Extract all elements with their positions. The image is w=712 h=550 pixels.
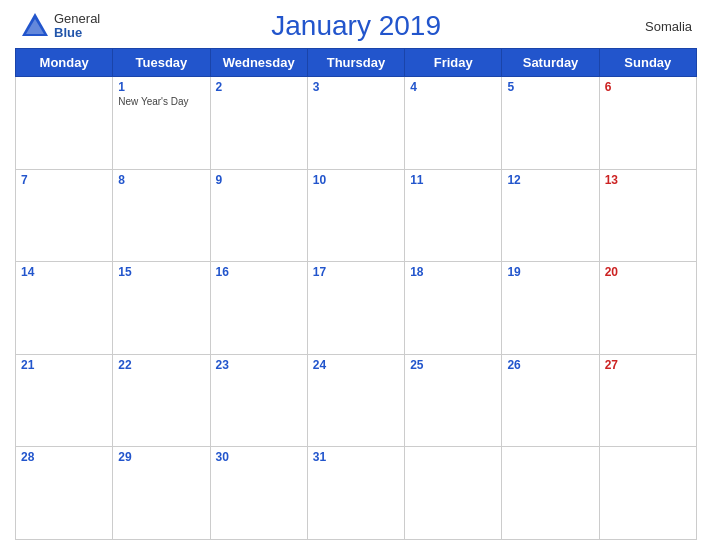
day-number: 19	[507, 265, 593, 279]
calendar-body: 1New Year's Day2345678910111213141516171…	[16, 77, 697, 540]
calendar-cell: 26	[502, 354, 599, 447]
day-number: 24	[313, 358, 399, 372]
day-number: 21	[21, 358, 107, 372]
calendar-cell: 20	[599, 262, 696, 355]
calendar-cell	[599, 447, 696, 540]
day-number: 23	[216, 358, 302, 372]
weekday-header-thursday: Thursday	[307, 49, 404, 77]
calendar-week-row: 28293031	[16, 447, 697, 540]
calendar-cell: 1New Year's Day	[113, 77, 210, 170]
calendar-header: General Blue January 2019 Somalia	[15, 10, 697, 42]
logo: General Blue	[20, 11, 100, 41]
logo-general-text: General	[54, 12, 100, 26]
calendar-cell: 21	[16, 354, 113, 447]
weekday-header-tuesday: Tuesday	[113, 49, 210, 77]
calendar-cell	[405, 447, 502, 540]
day-number: 11	[410, 173, 496, 187]
day-number: 2	[216, 80, 302, 94]
calendar-cell: 28	[16, 447, 113, 540]
day-number: 7	[21, 173, 107, 187]
day-number: 10	[313, 173, 399, 187]
calendar-cell: 27	[599, 354, 696, 447]
day-number: 18	[410, 265, 496, 279]
calendar-cell: 9	[210, 169, 307, 262]
day-number: 22	[118, 358, 204, 372]
calendar-cell: 6	[599, 77, 696, 170]
calendar-cell: 22	[113, 354, 210, 447]
calendar-cell: 18	[405, 262, 502, 355]
calendar-cell: 12	[502, 169, 599, 262]
day-number: 28	[21, 450, 107, 464]
calendar-week-row: 78910111213	[16, 169, 697, 262]
weekday-header-friday: Friday	[405, 49, 502, 77]
day-number: 31	[313, 450, 399, 464]
weekday-header-monday: Monday	[16, 49, 113, 77]
calendar-cell: 30	[210, 447, 307, 540]
day-number: 4	[410, 80, 496, 94]
logo-text: General Blue	[54, 12, 100, 41]
calendar-cell: 10	[307, 169, 404, 262]
calendar-cell: 25	[405, 354, 502, 447]
calendar-cell: 4	[405, 77, 502, 170]
logo-icon	[20, 11, 50, 41]
calendar-cell	[502, 447, 599, 540]
day-number: 8	[118, 173, 204, 187]
calendar-cell: 5	[502, 77, 599, 170]
calendar-week-row: 14151617181920	[16, 262, 697, 355]
day-number: 5	[507, 80, 593, 94]
weekday-header-row: MondayTuesdayWednesdayThursdayFridaySatu…	[16, 49, 697, 77]
day-number: 29	[118, 450, 204, 464]
day-number: 27	[605, 358, 691, 372]
day-number: 17	[313, 265, 399, 279]
day-number: 15	[118, 265, 204, 279]
calendar-cell: 14	[16, 262, 113, 355]
calendar-cell: 19	[502, 262, 599, 355]
calendar-cell: 2	[210, 77, 307, 170]
calendar-cell: 7	[16, 169, 113, 262]
calendar-cell: 11	[405, 169, 502, 262]
weekday-header-wednesday: Wednesday	[210, 49, 307, 77]
calendar-cell: 16	[210, 262, 307, 355]
day-number: 1	[118, 80, 204, 94]
day-number: 14	[21, 265, 107, 279]
calendar-title: January 2019	[100, 10, 612, 42]
calendar-cell: 23	[210, 354, 307, 447]
holiday-label: New Year's Day	[118, 96, 204, 107]
calendar-cell: 3	[307, 77, 404, 170]
calendar-cell: 15	[113, 262, 210, 355]
day-number: 16	[216, 265, 302, 279]
day-number: 25	[410, 358, 496, 372]
calendar-cell: 24	[307, 354, 404, 447]
day-number: 30	[216, 450, 302, 464]
country-label: Somalia	[612, 19, 692, 34]
day-number: 3	[313, 80, 399, 94]
calendar-cell: 17	[307, 262, 404, 355]
day-number: 12	[507, 173, 593, 187]
calendar-cell: 31	[307, 447, 404, 540]
calendar-table: MondayTuesdayWednesdayThursdayFridaySatu…	[15, 48, 697, 540]
calendar-cell: 29	[113, 447, 210, 540]
calendar-cell	[16, 77, 113, 170]
day-number: 13	[605, 173, 691, 187]
calendar-week-row: 21222324252627	[16, 354, 697, 447]
calendar-cell: 13	[599, 169, 696, 262]
day-number: 26	[507, 358, 593, 372]
day-number: 20	[605, 265, 691, 279]
calendar-cell: 8	[113, 169, 210, 262]
weekday-header-sunday: Sunday	[599, 49, 696, 77]
day-number: 9	[216, 173, 302, 187]
weekday-header-saturday: Saturday	[502, 49, 599, 77]
day-number: 6	[605, 80, 691, 94]
logo-blue-text: Blue	[54, 26, 100, 40]
calendar-week-row: 1New Year's Day23456	[16, 77, 697, 170]
